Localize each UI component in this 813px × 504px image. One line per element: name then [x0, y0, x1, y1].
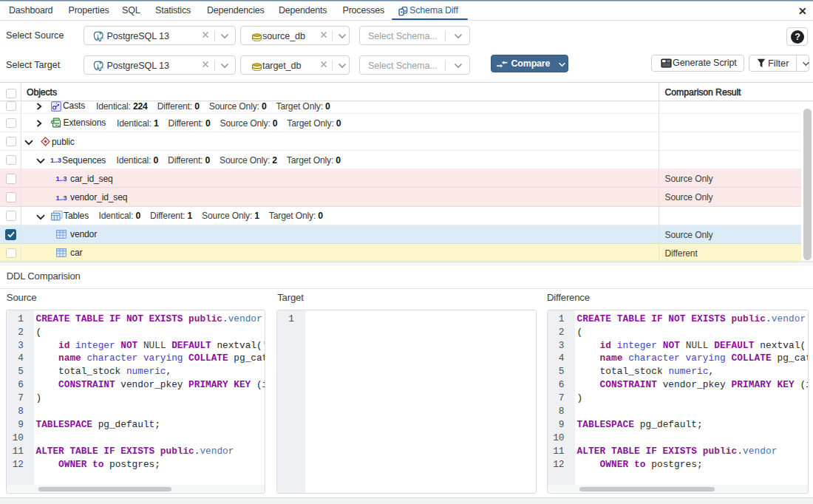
- svg-text:?: ?: [795, 32, 800, 42]
